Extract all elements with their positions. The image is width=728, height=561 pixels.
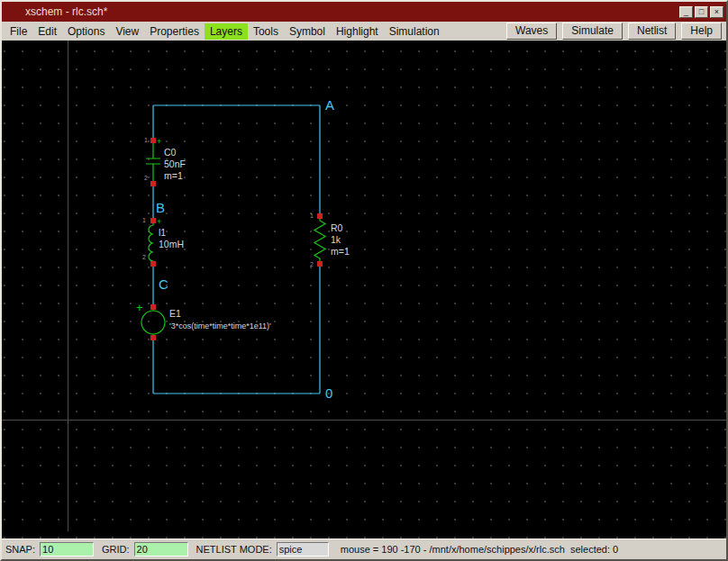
component-mult: m=1 (331, 246, 350, 257)
menu-options[interactable]: Options (62, 23, 110, 40)
polarity-plus-icon: + (136, 301, 143, 314)
grid-input[interactable] (134, 542, 188, 556)
pin-number: 2 (310, 261, 314, 267)
menubar: File Edit Options View Properties Layers… (2, 22, 726, 41)
maximize-button[interactable]: □ (695, 6, 708, 18)
component-value: 1k (331, 234, 341, 245)
window-title: xschem - rlc.sch* (25, 5, 107, 18)
snap-label: SNAP: (5, 544, 35, 555)
component-value: '3*cos(time*time*time*1e11)' (169, 321, 271, 330)
menu-highlight[interactable]: Highlight (331, 23, 384, 40)
netlist-mode-label: NETLIST MODE: (196, 544, 272, 555)
component-capacitor-c0[interactable]: 1 + 2 C0 50nF m=1 (144, 137, 186, 184)
pin-number: 2 (144, 175, 148, 181)
snap-input[interactable] (40, 542, 94, 556)
pin-number: 1 (142, 217, 146, 223)
menu-simulation[interactable]: Simulation (384, 23, 445, 40)
polarity-plus-icon: + (157, 217, 161, 226)
close-button[interactable]: × (710, 6, 723, 18)
resistor-symbol (314, 216, 325, 264)
net-label-a[interactable]: A (325, 97, 334, 113)
pin-number: 1 (144, 137, 148, 143)
menu-symbol[interactable]: Symbol (284, 23, 331, 40)
netlist-mode-input[interactable] (277, 542, 329, 556)
component-ref: E1 (169, 308, 181, 319)
component-ref: R0 (331, 222, 343, 233)
menu-tools[interactable]: Tools (248, 23, 284, 40)
close-icon: × (714, 8, 719, 16)
minimize-button[interactable]: _ (679, 6, 693, 18)
pin-number: 2 (142, 254, 146, 260)
statusbar: SNAP: GRID: NETLIST MODE: mouse = 190 -1… (2, 538, 726, 559)
net-label-b[interactable]: B (156, 200, 165, 215)
component-inductor-l1[interactable]: 1 + 2 l1 10mH (142, 217, 184, 264)
schematic-canvas[interactable]: 1 + 2 C0 50nF m=1 1 + 2 l1 10mH + (2, 41, 726, 538)
net-label-c[interactable]: C (159, 276, 168, 292)
component-ref: C0 (164, 147, 177, 158)
component-value: 50nF (164, 158, 186, 169)
simulate-button[interactable]: Simulate (562, 23, 623, 40)
menu-file[interactable]: File (5, 23, 32, 40)
menu-view[interactable]: View (110, 23, 144, 40)
capacitor-symbol (146, 140, 160, 184)
pin-number: 1 (310, 213, 314, 219)
component-source-e1[interactable]: + E1 '3*cos(time*time*time*1e11)' (136, 301, 271, 338)
schematic-drawing[interactable]: 1 + 2 C0 50nF m=1 1 + 2 l1 10mH + (2, 41, 726, 538)
source-circle (141, 311, 165, 334)
menubar-buttons: Waves Simulate Netlist Help (506, 23, 723, 40)
menu-edit[interactable]: Edit (32, 23, 62, 40)
maximize-icon: □ (699, 8, 704, 16)
polarity-plus-icon: + (157, 137, 161, 146)
titlebar[interactable]: xschem - rlc.sch* _ □ × (2, 2, 726, 22)
help-button[interactable]: Help (681, 23, 722, 40)
mouse-status: mouse = 190 -170 - /mnt/x/home/schippes/… (341, 544, 618, 555)
xschem-window: xschem - rlc.sch* _ □ × File Edit Option… (0, 0, 728, 561)
netlist-button[interactable]: Netlist (628, 23, 676, 40)
minimize-icon: _ (684, 8, 688, 16)
net-label-gnd[interactable]: 0 (325, 385, 332, 401)
component-mult: m=1 (164, 170, 183, 181)
waves-button[interactable]: Waves (506, 23, 557, 40)
menu-layers[interactable]: Layers (205, 23, 248, 40)
menu-properties[interactable]: Properties (144, 23, 205, 40)
window-controls: _ □ × (679, 6, 723, 18)
component-value: 10mH (159, 239, 184, 249)
inductor-symbol (149, 221, 153, 264)
component-ref: l1 (159, 227, 166, 238)
grid-label: GRID: (102, 544, 130, 555)
circuit-wires[interactable] (153, 105, 320, 394)
component-resistor-r0[interactable]: 1 2 R0 1k m=1 (310, 213, 350, 267)
